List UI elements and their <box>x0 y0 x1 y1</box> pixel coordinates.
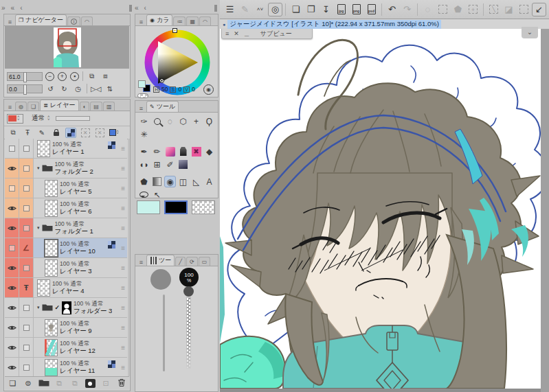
brush-size-indicator[interactable] <box>150 269 171 290</box>
export-psd-icon[interactable]: psd <box>364 3 379 16</box>
layer-main[interactable]: 100 % 通常レイヤー 5≡ <box>34 178 127 198</box>
edit-pen-icon[interactable]: ✎ <box>238 3 252 16</box>
layer-row[interactable]: 100 % 通常レイヤー 5≡ <box>5 178 127 198</box>
export-jpg-icon[interactable]: jpg <box>334 3 348 16</box>
transparent-swatch[interactable] <box>192 200 215 214</box>
drag-handle-icon[interactable]: ≡ <box>121 244 125 252</box>
layer-main[interactable]: 100 % 通常レイヤー 4≡ <box>34 278 127 297</box>
layer-flag-cell[interactable] <box>19 178 34 198</box>
expand-arrow-icon[interactable]: ▾ <box>37 305 40 310</box>
transfer-down-icon[interactable]: ⧉ <box>54 378 65 389</box>
canvas-chevron-icon[interactable]: ⌄ <box>522 27 538 38</box>
layer-visibility-cell[interactable] <box>5 258 19 277</box>
ruler-line-icon[interactable]: ╲ <box>486 3 501 16</box>
actual-size-icon[interactable]: ⧉ <box>87 71 97 81</box>
lock-transparent-pixels-icon[interactable] <box>65 128 76 138</box>
layer-visibility-cell[interactable] <box>5 238 19 257</box>
eraser-tool[interactable]: ◆ <box>203 146 215 157</box>
layer-row[interactable]: Ŧ100 % 通常レイヤー 4≡ <box>5 278 127 298</box>
layer-flag-cell[interactable] <box>19 159 34 178</box>
tab-intermediate-color[interactable]: ◠ <box>199 16 211 25</box>
layer-thumbnail[interactable] <box>45 260 58 277</box>
operation-tool[interactable]: ↖ <box>151 189 163 200</box>
layer-main[interactable]: ▾100 % 通常フォルダー 2≡ <box>34 159 127 178</box>
layer-flag-cell[interactable] <box>19 318 34 337</box>
size-stepper-icon[interactable]: ˄˅ <box>253 3 267 16</box>
layer-flag-cell[interactable]: Ŧ <box>19 278 34 297</box>
layer-visibility-cell[interactable] <box>5 139 19 158</box>
layer-scrollbar[interactable] <box>128 139 130 376</box>
undo-icon[interactable]: ↶ <box>385 3 399 16</box>
tab-information[interactable]: i <box>67 16 80 25</box>
layer-main[interactable]: 100 % 通常レイヤー 11≡ <box>34 358 127 376</box>
layer-main[interactable]: 100 % 通常レイヤー 6≡ <box>34 198 127 218</box>
layer-visibility-cell[interactable] <box>5 338 19 357</box>
layer-visibility-cell[interactable] <box>5 298 19 317</box>
zoom-tool[interactable] <box>151 115 163 127</box>
back-icon[interactable]: ‹ <box>144 4 146 12</box>
lasso-tool[interactable]: Ϙ <box>203 115 215 127</box>
pencil-tool[interactable]: ✏ <box>151 146 163 157</box>
drag-handle-icon[interactable]: ≡ <box>121 145 125 152</box>
frame-border-tool[interactable]: ◫ <box>177 176 189 187</box>
eyedropper-tool[interactable]: ✑ <box>138 115 150 127</box>
dock-grip[interactable] <box>129 5 132 12</box>
layer-thumbnail[interactable] <box>45 200 58 217</box>
object-tool[interactable]: ⬡ <box>177 115 189 127</box>
drag-handle-icon[interactable]: ≡ <box>121 264 125 272</box>
layer-row[interactable]: 100 % 通常レイヤー 6≡ <box>5 198 127 218</box>
select-area-icon[interactable] <box>436 3 450 16</box>
tab-layer[interactable]: ≣ レイヤー <box>40 100 78 111</box>
fit-to-window-icon[interactable]: ⧈ <box>100 71 111 81</box>
reselect-icon[interactable]: ◌ <box>421 3 435 16</box>
layer-color-icon[interactable]: ˄˅ <box>109 128 120 138</box>
drag-handle-icon[interactable]: ≡ <box>121 205 125 212</box>
layer-flag-cell[interactable] <box>19 338 34 357</box>
tab-color-set[interactable]: ▦ <box>186 16 199 25</box>
wheel-menu-icon[interactable]: ◎ <box>268 3 282 16</box>
gradient-map-icon[interactable]: ◪ <box>502 3 516 16</box>
blend-mode-select[interactable]: 通常 <box>32 114 45 123</box>
zoom-in-icon[interactable]: + <box>58 72 67 81</box>
figure-tool[interactable]: ◺ <box>190 176 202 187</box>
frame-area-icon[interactable] <box>517 3 531 16</box>
liquify-tool[interactable]: ⊞ <box>151 159 163 170</box>
tab-history[interactable]: ◠ <box>81 16 93 25</box>
tab-navigator[interactable]: ❐ ナビゲーター <box>15 14 67 25</box>
dock-grip[interactable] <box>214 5 217 12</box>
panel-menu-icon[interactable]: ≡ <box>5 104 14 111</box>
tab-color-slider[interactable]: ≔ <box>173 16 186 25</box>
gradient-tool[interactable] <box>151 176 163 187</box>
move-tool[interactable]: + <box>190 115 202 127</box>
layer-thumbnail[interactable] <box>37 140 50 157</box>
enable-mask-icon[interactable]: ✕ <box>80 128 91 138</box>
collapse-dock-icon[interactable]: « <box>135 4 139 12</box>
brush-tool[interactable] <box>164 146 176 157</box>
rotate-cw-icon[interactable]: ↻ <box>59 84 69 93</box>
rotation-slider[interactable]: 0.0 <box>7 84 43 93</box>
layer-flag-cell[interactable] <box>19 258 34 277</box>
lock-layer-icon[interactable] <box>51 128 62 138</box>
artwork-canvas[interactable] <box>220 29 541 389</box>
selection-tool[interactable]: ◌ <box>164 115 176 127</box>
enclose-fill-tool[interactable]: ◉ <box>164 176 176 187</box>
new-layer-settings-icon[interactable]: ⊜ <box>23 378 34 389</box>
navigator-preview[interactable] <box>5 26 129 69</box>
tab-layer-property[interactable]: ◍ <box>15 102 27 111</box>
layer-visibility-cell[interactable] <box>5 198 19 218</box>
apply-mask-icon[interactable]: ⊡ <box>100 378 111 389</box>
background-color-swatch[interactable] <box>164 200 188 214</box>
decoration-tool[interactable]: ✖ <box>190 146 202 157</box>
drag-handle-icon[interactable]: ≡ <box>121 304 125 312</box>
panel-menu-icon[interactable]: ≡ <box>137 19 146 25</box>
tab-layer-search[interactable]: ◐ <box>80 102 90 111</box>
sv-selector[interactable] <box>159 78 164 83</box>
layer-flag-cell[interactable]: ∠ <box>19 238 34 257</box>
layer-thumbnail[interactable] <box>45 240 58 257</box>
layer-visibility-cell[interactable] <box>5 178 19 198</box>
subview-close-icon[interactable]: ✕ <box>234 30 239 37</box>
opacity-slider-knob[interactable] <box>183 286 194 297</box>
blend-tool[interactable]: ◖◗ <box>138 159 150 170</box>
drag-handle-icon[interactable]: ≡ <box>121 224 125 232</box>
layer-visibility-cell[interactable] <box>5 358 19 376</box>
